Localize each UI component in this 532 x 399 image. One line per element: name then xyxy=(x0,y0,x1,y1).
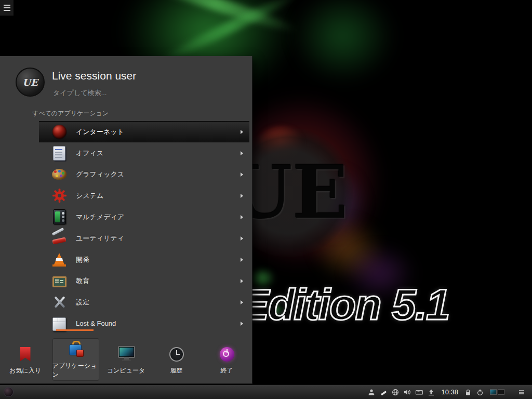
swiss-knife-icon xyxy=(52,231,66,245)
crossed-tools-icon xyxy=(52,295,66,309)
chevron-right-icon xyxy=(241,279,243,283)
icon-cell xyxy=(51,125,67,139)
tab-label: お気に入り xyxy=(9,366,41,375)
chevron-right-icon xyxy=(241,258,243,262)
monitor-base xyxy=(122,360,131,361)
menu-category-system[interactable]: システム xyxy=(39,185,249,206)
keyboard-icon[interactable] xyxy=(415,388,423,396)
workspace-pager[interactable] xyxy=(490,389,504,395)
power-icon xyxy=(220,347,234,362)
network-globe-icon[interactable] xyxy=(391,388,400,396)
avatar-text: UE xyxy=(22,77,37,88)
chevron-right-icon xyxy=(241,236,243,241)
tab-label: 終了 xyxy=(221,366,233,375)
workspace-2[interactable] xyxy=(498,389,504,395)
icon-cell xyxy=(68,339,84,357)
menu-category-office[interactable]: オフィス xyxy=(39,142,249,164)
chevron-right-icon xyxy=(241,172,243,177)
category-label: グラフィックス xyxy=(76,170,124,179)
application-menu: UE Live session user すべてのアプリケーション インターネッ… xyxy=(0,56,252,384)
hamburger-icon xyxy=(4,5,10,6)
workspace-1[interactable] xyxy=(490,389,497,395)
updates-icon[interactable] xyxy=(427,388,435,396)
category-label: ユーティリティ xyxy=(76,234,124,243)
menu-category-multimedia[interactable]: マルチメディア xyxy=(39,206,249,228)
icon-cell xyxy=(51,231,67,246)
stylus-icon[interactable] xyxy=(379,388,388,396)
applications-bag-icon xyxy=(68,340,84,357)
wallpaper-edition-text: Edition 5.1 xyxy=(240,280,449,330)
category-label: インターネット xyxy=(76,127,124,137)
menu-category-utilities[interactable]: ユーティリティ xyxy=(39,228,249,249)
gear-icon xyxy=(52,189,66,203)
icon-cell xyxy=(51,295,67,310)
menu-bottom-tabs: お気に入り アプリケーション xyxy=(0,335,252,383)
category-label: システム xyxy=(76,191,103,201)
icon-cell xyxy=(51,274,67,288)
tab-computer[interactable]: コンピュータ xyxy=(103,338,150,381)
chevron-right-icon xyxy=(241,215,243,219)
bookmark-icon xyxy=(20,347,31,362)
category-label: Lost & Found xyxy=(76,320,116,327)
icon-cell xyxy=(169,344,184,362)
cone-icon xyxy=(52,252,66,267)
lock-icon[interactable] xyxy=(464,388,472,396)
tab-favorites[interactable]: お気に入り xyxy=(2,338,49,381)
category-label: 開発 xyxy=(76,255,89,264)
volume-icon[interactable] xyxy=(403,388,411,396)
taskbar: 10:38 xyxy=(0,384,532,399)
monitor-stand xyxy=(124,357,129,360)
taskbar-logo[interactable] xyxy=(4,387,14,397)
user-icon[interactable] xyxy=(367,388,376,396)
computer-monitor-icon xyxy=(117,345,135,362)
tab-label: 履歴 xyxy=(170,366,183,375)
monitor-screen xyxy=(118,346,135,358)
icon-cell xyxy=(51,167,67,182)
category-label: 設定 xyxy=(76,298,89,307)
wallpaper-glow xyxy=(132,0,299,36)
search-input[interactable] xyxy=(52,88,225,97)
hamburger-icon xyxy=(4,7,10,8)
system-tray: 10:38 xyxy=(367,388,532,396)
power-icon[interactable] xyxy=(476,388,484,396)
icon-cell xyxy=(117,344,135,362)
tab-label: アプリケーション xyxy=(52,362,99,379)
clock[interactable]: 10:38 xyxy=(441,388,458,396)
icon-cell xyxy=(20,344,31,362)
category-label: 教育 xyxy=(76,276,89,286)
box-icon xyxy=(52,317,66,331)
tab-applications[interactable]: アプリケーション xyxy=(52,338,99,381)
documents-icon xyxy=(53,146,65,161)
panel-menu-icon[interactable] xyxy=(517,388,526,396)
avatar[interactable]: UE xyxy=(16,68,45,97)
chevron-right-icon xyxy=(241,300,243,304)
menu-category-settings[interactable]: 設定 xyxy=(39,291,249,313)
palette-icon xyxy=(52,169,66,180)
globe-icon xyxy=(52,125,66,139)
desktop: UE Edition 5.1 UE Live session user すべての… xyxy=(0,0,532,399)
tab-history[interactable]: 履歴 xyxy=(153,338,200,381)
menu-category-development[interactable]: 開発 xyxy=(39,249,249,270)
menu-category-graphics[interactable]: グラフィックス xyxy=(39,164,249,185)
chevron-right-icon xyxy=(241,322,243,326)
category-label: マルチメディア xyxy=(76,212,124,222)
icon-cell xyxy=(220,344,234,362)
category-label: オフィス xyxy=(76,149,103,158)
icon-cell xyxy=(51,210,67,224)
icon-cell xyxy=(51,146,67,161)
icon-cell xyxy=(51,189,67,203)
chalkboard-icon xyxy=(52,276,66,287)
media-player-icon xyxy=(53,209,66,224)
menu-category-internet[interactable]: インターネット xyxy=(39,121,249,142)
icon-cell xyxy=(51,316,67,331)
menu-category-education[interactable]: 教育 xyxy=(39,270,249,291)
category-list: インターネット オフィス グラフィックス xyxy=(39,121,249,334)
scroll-indicator[interactable] xyxy=(56,329,94,331)
history-clock-icon xyxy=(169,347,184,362)
panel-menu-button[interactable] xyxy=(0,0,14,16)
section-label: すべてのアプリケーション xyxy=(32,109,109,118)
bag-box xyxy=(76,350,84,357)
tab-label: コンピュータ xyxy=(107,366,145,375)
tab-logout[interactable]: 終了 xyxy=(204,338,250,381)
icon-cell xyxy=(51,252,67,267)
